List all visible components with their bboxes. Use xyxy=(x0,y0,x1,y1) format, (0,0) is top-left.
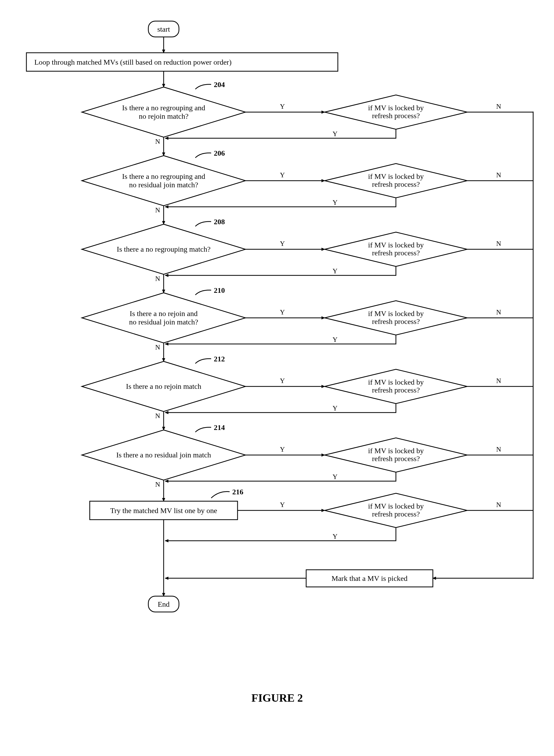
ref-216: 216 xyxy=(232,488,243,496)
edge-y-lock-212: Y xyxy=(333,404,338,412)
edge-y-lock-try: Y xyxy=(333,532,338,540)
edge-y-lock-208: Y xyxy=(333,267,338,275)
lock-204-line1: if MV is locked by xyxy=(368,104,424,112)
decision-206-line1: Is there a no regrouping and xyxy=(122,172,205,180)
edge-n-left-214: N xyxy=(155,481,160,488)
lock-214-line1: if MV is locked by xyxy=(368,447,424,455)
decision-208-row: Is there a no regrouping match? 208 Y if… xyxy=(82,217,533,293)
decision-204-line2: no rejoin match? xyxy=(139,112,188,120)
lock-try-line2: refresh process? xyxy=(372,510,420,518)
ref-210: 210 xyxy=(214,286,225,294)
lock-206-line2: refresh process? xyxy=(372,180,420,188)
edge-y-lock-204: Y xyxy=(333,130,338,138)
edge-y-lock-214: Y xyxy=(333,473,338,481)
mark-process: Mark that a MV is picked xyxy=(306,570,433,587)
end-label: End xyxy=(158,600,169,608)
figure-title: FIGURE 2 xyxy=(252,692,303,704)
ref-208: 208 xyxy=(214,217,225,226)
decision-214-row: Is there a no residual join match 214 Y … xyxy=(82,423,533,501)
decision-212-row: Is there a no rejoin match 212 Y if MV i… xyxy=(82,355,533,430)
edge-y-210: Y xyxy=(280,308,285,316)
svg-rect-29 xyxy=(532,103,535,112)
edge-n-left-208: N xyxy=(155,275,160,282)
edge-y-204: Y xyxy=(280,103,285,110)
edge-n-lock-206: N xyxy=(496,171,501,179)
end-terminal: End xyxy=(148,596,179,612)
decision-212-line1: Is there a no rejoin match xyxy=(126,382,201,390)
decision-214-line1: Is there a no residual join match xyxy=(116,451,211,459)
lock-214-line2: refresh process? xyxy=(372,454,420,463)
start-terminal: start xyxy=(148,21,179,37)
decision-210-line1: Is there a no rejoin and xyxy=(129,309,198,318)
edge-y-206: Y xyxy=(280,171,285,179)
edge-y-try: Y xyxy=(280,501,285,509)
ref-204: 204 xyxy=(214,80,225,88)
edge-n-lock-204: N xyxy=(496,103,501,110)
try-box-label: Try the matched MV list one by one xyxy=(110,506,217,515)
edge-n-left-204: N xyxy=(155,138,160,145)
start-label: start xyxy=(157,25,170,33)
ref-206: 206 xyxy=(214,149,225,157)
edge-n-lock-try: N xyxy=(496,501,501,509)
lock-210-line2: refresh process? xyxy=(372,317,420,325)
edge-n-left-212: N xyxy=(155,412,160,420)
lock-208-line1: if MV is locked by xyxy=(368,241,424,249)
lock-208-line2: refresh process? xyxy=(372,249,420,257)
lock-try-line1: if MV is locked by xyxy=(368,502,424,510)
decision-210-row: Is there a no rejoin and no residual joi… xyxy=(82,286,533,361)
svg-rect-28 xyxy=(532,579,535,647)
edge-n-left-206: N xyxy=(155,206,160,214)
ref-214: 214 xyxy=(214,423,225,432)
flowchart-svg: start Loop through matched MVs (still ba… xyxy=(10,10,544,746)
lock-212-line1: if MV is locked by xyxy=(368,378,424,386)
mark-box-label: Mark that a MV is picked xyxy=(332,574,407,582)
decision-206-line2: no residual join match? xyxy=(129,181,198,189)
edge-n-lock-210: N xyxy=(496,308,501,316)
edge-n-lock-208: N xyxy=(496,240,501,247)
decision-206-row: Is there a no regrouping and no residual… xyxy=(82,149,533,224)
lock-206-line1: if MV is locked by xyxy=(368,172,424,180)
edge-y-lock-206: Y xyxy=(333,199,338,206)
lock-204-line2: refresh process? xyxy=(372,112,420,120)
lock-212-line2: refresh process? xyxy=(372,386,420,394)
edge-n-left-210: N xyxy=(155,343,160,351)
decision-208-line1: Is there a no regrouping match? xyxy=(117,245,210,253)
decision-204-line1: Is there a no regrouping and xyxy=(122,104,205,112)
decision-204-row: Is there a no regrouping and no rejoin m… xyxy=(82,80,533,155)
lock-210-line1: if MV is locked by xyxy=(368,309,424,318)
edge-y-214: Y xyxy=(280,446,285,453)
edge-y-212: Y xyxy=(280,377,285,385)
loop-process: Loop through matched MVs (still based on… xyxy=(26,53,338,71)
ref-212: 212 xyxy=(214,355,225,363)
edge-y-lock-210: Y xyxy=(333,336,338,343)
loop-label: Loop through matched MVs (still based on… xyxy=(34,58,231,66)
edge-n-lock-212: N xyxy=(496,377,501,385)
edge-n-lock-214: N xyxy=(496,446,501,453)
edge-y-208: Y xyxy=(280,240,285,247)
decision-210-line2: no residual join match? xyxy=(129,318,198,326)
